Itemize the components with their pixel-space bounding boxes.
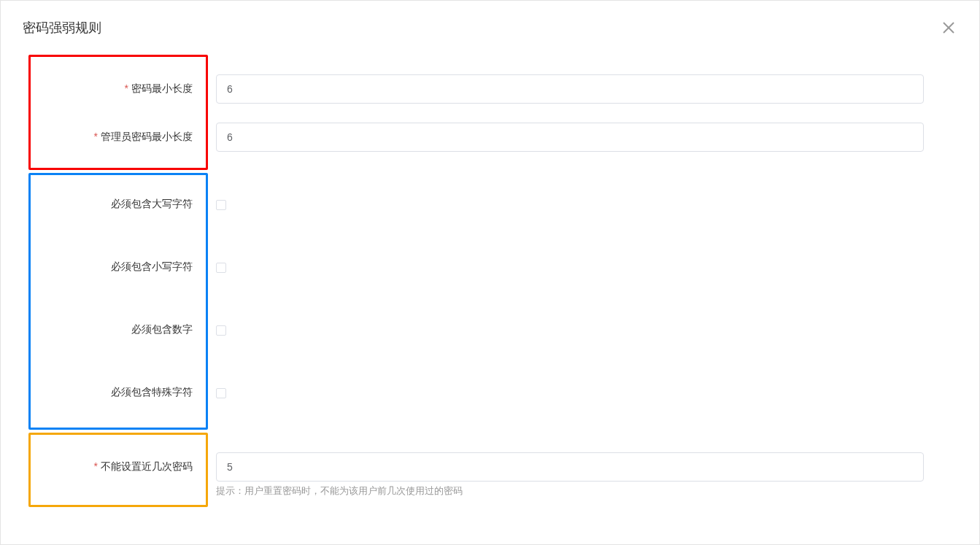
- history-count-input[interactable]: [216, 452, 924, 482]
- password-rules-dialog: 密码强弱规则 *密码最小长度 *管理员密码最小长度: [1, 1, 979, 545]
- required-marker-icon: *: [94, 460, 98, 472]
- min-length-label: *密码最小长度: [31, 82, 206, 96]
- history-count-hint: 提示：用户重置密码时，不能为该用户前几次使用过的密码: [216, 484, 463, 498]
- require-lowercase-label: 必须包含小写字符: [31, 260, 206, 274]
- required-marker-icon: *: [125, 82, 128, 94]
- min-length-label-text: 密码最小长度: [131, 82, 193, 94]
- require-uppercase-row: 必须包含大写字符: [31, 188, 206, 220]
- required-marker-icon: *: [94, 131, 98, 142]
- admin-min-length-label: *管理员密码最小长度: [31, 131, 206, 144]
- history-count-label: *不能设置近几次密码: [31, 460, 206, 474]
- require-digit-checkbox[interactable]: [216, 325, 226, 336]
- dialog-title: 密码强弱规则: [23, 19, 957, 36]
- password-rules-form: *密码最小长度 *管理员密码最小长度 必须包含大写字符: [23, 55, 957, 545]
- require-special-checkbox[interactable]: [216, 388, 226, 398]
- require-special-label: 必须包含特殊字符: [31, 386, 206, 399]
- admin-min-length-input[interactable]: [216, 123, 924, 152]
- require-digit-row: 必须包含数字: [31, 314, 206, 346]
- min-length-input[interactable]: [216, 74, 924, 104]
- require-lowercase-checkbox[interactable]: [216, 263, 226, 273]
- require-uppercase-checkbox[interactable]: [216, 200, 226, 210]
- min-length-row: *密码最小长度: [31, 73, 206, 105]
- admin-min-length-row: *管理员密码最小长度: [31, 121, 206, 153]
- require-digit-label: 必须包含数字: [31, 323, 206, 336]
- character-rules-group: 必须包含大写字符 必须包含小写字符 必须包含数字 必须包含特殊字符: [28, 173, 208, 430]
- require-lowercase-row: 必须包含小写字符: [31, 251, 206, 283]
- history-count-row: *不能设置近几次密码 提示：用户重置密码时，不能为该用户前几次使用过的密码: [31, 451, 206, 483]
- admin-min-length-label-text: 管理员密码最小长度: [101, 131, 193, 142]
- require-special-row: 必须包含特殊字符: [31, 376, 206, 409]
- history-rules-group: *不能设置近几次密码 提示：用户重置密码时，不能为该用户前几次使用过的密码: [28, 433, 208, 507]
- require-uppercase-label: 必须包含大写字符: [31, 198, 206, 211]
- history-count-label-text: 不能设置近几次密码: [101, 460, 193, 472]
- close-icon[interactable]: [940, 19, 957, 36]
- length-rules-group: *密码最小长度 *管理员密码最小长度: [28, 55, 208, 170]
